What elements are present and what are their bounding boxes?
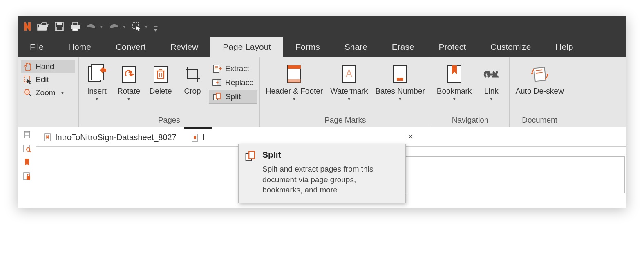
deskew-icon xyxy=(530,62,550,86)
sidebar-pages-icon[interactable] xyxy=(22,130,31,139)
svg-rect-30 xyxy=(288,65,301,69)
save-icon[interactable] xyxy=(54,22,64,31)
hand-icon xyxy=(23,62,32,71)
chevron-down-icon: ▼ xyxy=(292,96,297,101)
document-tab-2-label: I xyxy=(203,133,205,142)
menu-home[interactable]: Home xyxy=(56,37,103,57)
extract-icon xyxy=(212,64,222,74)
document-tab-1[interactable]: IntroToNitroSign-Datasheet_8027 xyxy=(36,127,184,146)
bookmark-button[interactable]: Bookmark ▼ xyxy=(434,60,475,101)
split-icon xyxy=(244,150,257,195)
open-icon[interactable] xyxy=(37,22,49,31)
delete-icon xyxy=(152,62,170,86)
select-tool-icon[interactable] xyxy=(132,22,141,31)
group-pagemarks-label: Page Marks xyxy=(262,114,428,125)
zoom-label: Zoom xyxy=(36,88,56,97)
link-label: Link xyxy=(484,87,499,96)
ribbon: Hand Edit Zoom ▼ xyxy=(18,57,626,127)
zoom-icon xyxy=(23,88,32,97)
svg-text:A: A xyxy=(346,68,352,79)
customize-qat-icon[interactable]: ⎯▾ xyxy=(154,20,157,33)
sidebar-search-icon[interactable] xyxy=(22,144,31,153)
crop-button[interactable]: Crop xyxy=(177,60,208,96)
chevron-down-icon: ▼ xyxy=(95,96,99,101)
menu-forms[interactable]: Forms xyxy=(283,37,332,57)
zoom-tool-button[interactable]: Zoom ▼ xyxy=(21,87,75,99)
chevron-down-icon: ▼ xyxy=(347,96,351,101)
undo-icon[interactable] xyxy=(86,23,96,30)
app-window: ▼ ▼ ▼ ⎯▾ File Home Convert Review Page L… xyxy=(18,16,626,208)
sidebar xyxy=(18,127,36,208)
header-footer-icon xyxy=(285,62,303,86)
deskew-label: Auto De-skew xyxy=(515,87,564,96)
svg-rect-15 xyxy=(154,66,167,83)
deskew-button[interactable]: Auto De-skew xyxy=(512,60,567,96)
chevron-down-icon: ▼ xyxy=(127,96,131,101)
extract-label: Extract xyxy=(225,64,249,73)
svg-line-11 xyxy=(29,94,31,96)
split-button[interactable]: Split xyxy=(209,90,257,104)
chevron-down-icon: ▼ xyxy=(398,96,402,101)
split-label: Split xyxy=(226,92,241,101)
group-page-marks: Header & Footer ▼ A Watermark ▼ 1 Bates … xyxy=(259,57,431,127)
replace-label: Replace xyxy=(225,78,254,87)
bates-label: Bates Number xyxy=(375,87,425,96)
hand-tool-button[interactable]: Hand xyxy=(21,60,75,73)
menu-share[interactable]: Share xyxy=(332,37,380,57)
select-dropdown-icon[interactable]: ▼ xyxy=(144,25,148,29)
group-navigation-label: Navigation xyxy=(434,114,507,125)
header-footer-button[interactable]: Header & Footer ▼ xyxy=(262,60,326,101)
undo-dropdown-icon[interactable]: ▼ xyxy=(99,25,103,29)
menu-page-layout[interactable]: Page Layout xyxy=(210,37,283,57)
replace-button[interactable]: Replace xyxy=(209,76,257,89)
bates-number-button[interactable]: 1 Bates Number ▼ xyxy=(372,60,428,101)
bookmark-icon xyxy=(445,62,463,86)
tooltip-title: Split xyxy=(262,150,398,160)
edit-icon xyxy=(23,75,32,84)
replace-icon xyxy=(212,78,222,87)
sidebar-bookmark-icon[interactable] xyxy=(23,158,31,167)
redo-icon[interactable] xyxy=(109,23,119,30)
svg-rect-5 xyxy=(73,28,78,31)
menu-protect[interactable]: Protect xyxy=(427,37,479,57)
group-navigation: Bookmark ▼ Link ▼ Navigation xyxy=(431,57,510,127)
chevron-down-icon: ▼ xyxy=(452,96,456,101)
extract-button[interactable]: Extract xyxy=(209,62,257,75)
sidebar-security-icon[interactable] xyxy=(22,172,31,181)
menu-erase[interactable]: Erase xyxy=(380,37,427,57)
rotate-button[interactable]: Rotate ▼ xyxy=(113,60,144,101)
watermark-button[interactable]: A Watermark ▼ xyxy=(327,60,371,101)
group-document-label: Document xyxy=(512,114,567,125)
svg-rect-55 xyxy=(249,152,255,159)
menu-customize[interactable]: Customize xyxy=(478,37,543,57)
svg-rect-2 xyxy=(56,27,62,31)
print-icon[interactable] xyxy=(70,22,80,31)
link-button[interactable]: Link ▼ xyxy=(476,60,507,101)
svg-rect-38 xyxy=(534,67,546,82)
mode-tools: Hand Edit Zoom ▼ xyxy=(18,57,79,127)
menu-file[interactable]: File xyxy=(18,37,56,57)
insert-button[interactable]: Insert ▼ xyxy=(81,60,112,101)
insert-label: Insert xyxy=(87,87,107,96)
edit-tool-button[interactable]: Edit xyxy=(21,74,75,86)
svg-text:1: 1 xyxy=(399,78,401,81)
edit-label: Edit xyxy=(36,75,49,84)
tooltip-body: Split and extract pages from this docume… xyxy=(262,164,398,195)
svg-rect-31 xyxy=(288,79,301,83)
redo-dropdown-icon[interactable]: ▼ xyxy=(122,25,126,29)
pdf-doc-icon xyxy=(44,133,51,142)
delete-button[interactable]: Delete xyxy=(145,60,176,96)
menu-bar: File Home Convert Review Page Layout For… xyxy=(18,37,626,57)
split-tooltip: Split Split and extract pages from this … xyxy=(238,144,406,203)
group-pages: Insert ▼ Rotate ▼ Delete xyxy=(79,57,259,127)
menu-convert[interactable]: Convert xyxy=(103,37,158,57)
chevron-down-icon: ▼ xyxy=(60,90,65,95)
chevron-down-icon: ▼ xyxy=(489,96,494,101)
document-tab-2[interactable]: I xyxy=(184,127,212,146)
crop-icon xyxy=(183,62,201,86)
tab-close-button[interactable]: ✕ xyxy=(407,132,414,141)
watermark-label: Watermark xyxy=(330,87,368,96)
menu-review[interactable]: Review xyxy=(158,37,210,57)
menu-help[interactable]: Help xyxy=(543,37,585,57)
group-pages-label: Pages xyxy=(81,114,257,125)
